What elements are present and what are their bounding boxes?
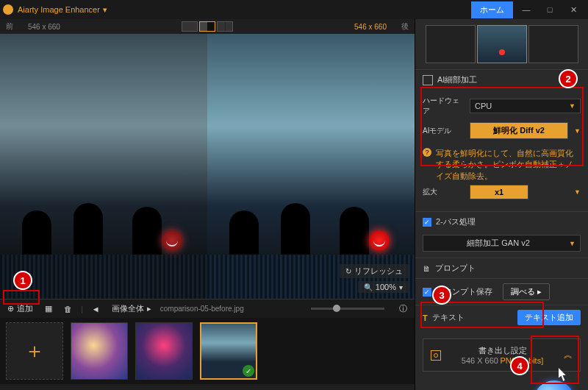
grid-view-icon[interactable]: ▦ (42, 302, 55, 315)
view-single-toggle[interactable] (182, 21, 198, 32)
export-details: 546 X 660 PNG [8 bits] (447, 356, 558, 365)
prompt-save-checkbox[interactable]: ✓ (423, 288, 431, 297)
before-label: 前 (6, 21, 13, 32)
callout-4: 4 (510, 356, 529, 375)
text-section-header: T テキスト テキスト追加 (415, 305, 588, 330)
twopass-label: 2-パス処理 (436, 216, 476, 227)
minimize-button[interactable]: ― (514, 0, 538, 19)
filename-label: comparison-05-before.jpg (160, 305, 244, 313)
callout-2: 2 (559, 69, 578, 88)
gear-icon (431, 350, 441, 361)
prev-image-icon[interactable]: ◄ (89, 303, 103, 315)
model-description: ? 写真を鮮明化にして、自然に高画質化する柔らかさ。ピンボケ自動補正＋ノイズ自動… (423, 145, 581, 185)
refresh-button[interactable]: ↻ リフレッシュ (340, 264, 409, 278)
thumbnail-1[interactable] (71, 322, 128, 380)
model-label: AIモデル (423, 126, 464, 136)
view-side-toggle[interactable] (217, 21, 233, 32)
app-title: Aiarty Image Enhancer (18, 5, 100, 14)
text-icon: T (423, 313, 428, 322)
add-image-thumb[interactable]: ＋ (6, 322, 63, 380)
before-dimensions: 546 x 660 (28, 23, 60, 31)
scope-dropdown[interactable]: 画像全体 ▸ (109, 302, 154, 316)
callout-1: 1 (13, 271, 32, 290)
hardware-label: ハードウェア (423, 96, 464, 116)
run-button[interactable]: RUN (534, 380, 575, 390)
export-header: 書き出し設定 (447, 345, 558, 356)
callout-3: 3 (432, 286, 451, 305)
prompt-icon: 🗎 (423, 264, 431, 273)
hardware-select[interactable]: CPU▼ (470, 99, 581, 113)
model-select[interactable]: 鮮明化 Diff v2 (470, 122, 568, 139)
home-button[interactable]: ホーム (471, 1, 513, 18)
zoom-button[interactable]: 🔍 100% ▾ (358, 281, 409, 293)
close-button[interactable]: ✕ (562, 0, 585, 19)
adjust-button[interactable]: 調べる ▸ (503, 283, 550, 300)
help-icon[interactable]: ? (423, 148, 431, 157)
export-settings[interactable]: 書き出し設定 546 X 660 PNG [8 bits] ︽ (423, 338, 581, 372)
maximize-button[interactable]: □ (538, 0, 562, 19)
title-dropdown-icon[interactable]: ▾ (103, 5, 107, 15)
gan-select[interactable]: 細部加工 GAN v2▼ (423, 235, 581, 252)
scale-select[interactable]: x1 (470, 185, 528, 199)
text-add-button[interactable]: テキスト追加 (517, 310, 581, 325)
add-button[interactable]: ⊕ 追加 (4, 302, 36, 316)
image-viewer[interactable]: ↻ リフレッシュ 🔍 100% ▾ (0, 34, 415, 299)
info-icon[interactable]: ⓘ (396, 302, 410, 316)
scale-label: 拡大 (423, 187, 464, 197)
thumbnail-3[interactable]: ✓ (200, 322, 257, 380)
mini-preview (415, 19, 588, 69)
thumbnail-2[interactable] (135, 322, 193, 380)
delete-icon[interactable]: 🗑 (61, 303, 75, 315)
twopass-checkbox[interactable]: ✓ (423, 218, 431, 227)
zoom-slider[interactable] (311, 308, 384, 310)
check-icon: ✓ (243, 365, 254, 377)
after-dimensions: 546 x 660 (354, 23, 387, 31)
after-label: 後 (401, 21, 409, 32)
view-split-toggle[interactable] (199, 21, 215, 32)
prompt-section-header[interactable]: 🗎 プロンプト (415, 258, 588, 278)
app-icon (3, 4, 13, 15)
expand-icon[interactable]: ︽ (564, 349, 573, 361)
ai-icon (423, 75, 433, 85)
